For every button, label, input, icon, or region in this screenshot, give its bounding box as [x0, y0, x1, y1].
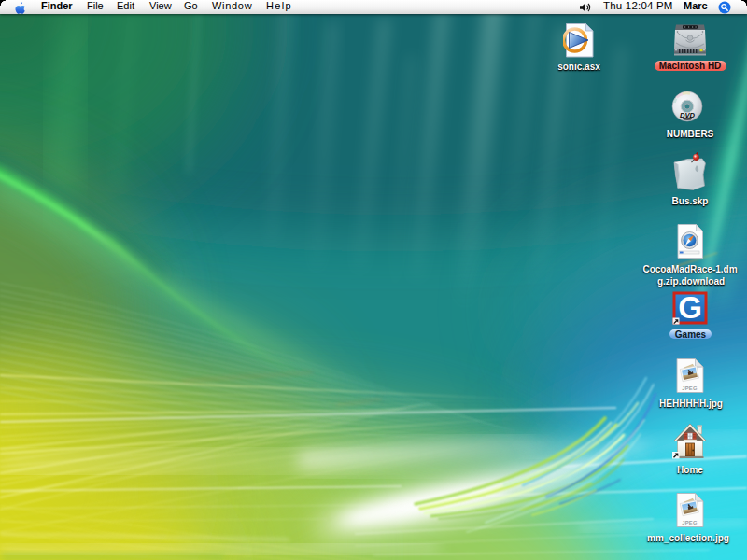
svg-text:G: G: [678, 291, 702, 325]
svg-text:JPEG: JPEG: [682, 520, 698, 525]
svg-text:JPEG: JPEG: [682, 385, 698, 391]
